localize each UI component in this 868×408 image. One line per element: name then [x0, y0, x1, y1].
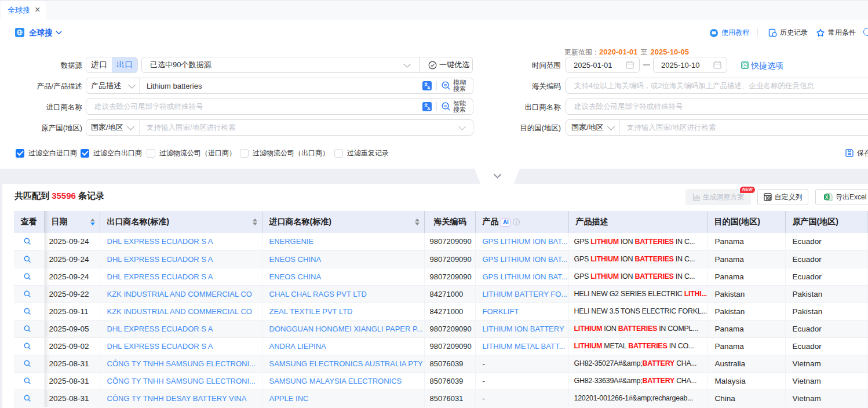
- svg-text:X: X: [825, 194, 829, 200]
- svg-text:A: A: [427, 106, 431, 111]
- svg-text:A: A: [427, 85, 431, 90]
